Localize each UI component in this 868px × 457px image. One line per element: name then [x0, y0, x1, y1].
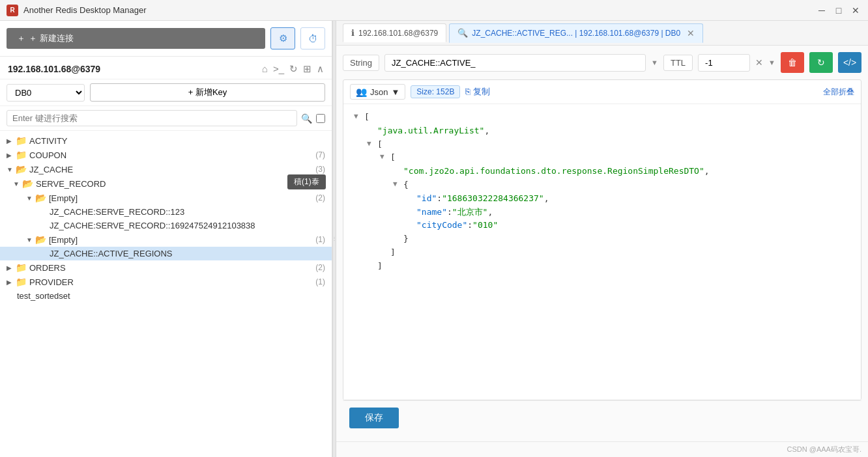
tree-item-empty2[interactable]: ▼ 📂 [Empty] (1): [0, 232, 332, 247]
folder-icon: 📁: [16, 262, 27, 273]
tab-close-icon[interactable]: ✕: [687, 28, 695, 38]
tree-container: ▶ 📁 ACTIVITY ▶ 📁 COUPON (7) ▼ 📂 JZ_CACHE…: [0, 131, 332, 457]
json-line: ▼ [: [354, 138, 850, 152]
tree-item-serve-long[interactable]: JZ_CACHE:SERVE_RECORD::16924752491210383…: [0, 219, 332, 232]
sidebar: ＋ ＋ 新建连接 ⚙ ⏱ 192.168.101.68@6379 ⌂ >_ ↻ …: [0, 21, 332, 457]
search-checkbox[interactable]: [316, 114, 325, 123]
add-key-button[interactable]: + 新增Key: [90, 83, 325, 102]
folder-open-icon: 📂: [16, 164, 27, 174]
footer-text: CSDN @AAA码农宝哥.: [787, 445, 861, 453]
tree-item-empty1[interactable]: ▼ 📂 [Empty] (2): [0, 191, 332, 205]
info-icon: ℹ: [351, 28, 354, 38]
tree-item-key-label: test_sortedset: [17, 291, 70, 301]
value-toolbar: 👥 Json ▼ Size: 152B ⎘ 复制 全部折叠: [343, 80, 861, 104]
tree-item-coupon[interactable]: ▶ 📁 COUPON (7): [0, 148, 332, 162]
json-line: ▼ [: [354, 151, 850, 165]
close-button[interactable]: ✕: [850, 5, 861, 16]
chevron-right-icon: ▶: [7, 152, 16, 159]
titlebar-left: R Another Redis Desktop Manager: [7, 5, 147, 16]
tab-bar: ℹ 192.168.101.68@6379 🔍 JZ_CACHE::ACTIVE…: [336, 21, 868, 46]
refresh-key-button[interactable]: ↻: [809, 52, 833, 73]
history-view-button[interactable]: ⏱: [300, 27, 325, 49]
json-line: "name": "北京市",: [354, 206, 850, 219]
home-icon[interactable]: ⌂: [262, 63, 268, 75]
code-icon: </>: [843, 57, 856, 68]
sidebar-header: ＋ ＋ 新建连接 ⚙ ⏱: [0, 21, 332, 57]
main-layout: ＋ ＋ 新建连接 ⚙ ⏱ 192.168.101.68@6379 ⌂ >_ ↻ …: [0, 21, 868, 457]
ttl-input[interactable]: [698, 54, 750, 72]
tree-item-label: PROVIDER: [29, 277, 313, 287]
search-input[interactable]: [7, 110, 297, 126]
tree-item-count: (2): [315, 193, 325, 202]
folder-icon: 📁: [16, 150, 27, 160]
minimize-button[interactable]: ─: [816, 5, 828, 16]
db-selector[interactable]: DB0: [7, 84, 85, 102]
maximize-button[interactable]: □: [833, 5, 845, 16]
tree-item-activity[interactable]: ▶ 📁 ACTIVITY: [0, 133, 332, 148]
format-chevron-icon: ▼: [391, 87, 399, 97]
tab-server[interactable]: ℹ 192.168.101.68@6379: [343, 23, 446, 42]
tree-item-serve-123[interactable]: JZ_CACHE:SERVE_RECORD::123: [0, 205, 332, 219]
chevron-right-icon: ▶: [7, 137, 16, 145]
folder-open-icon: 📂: [35, 193, 46, 203]
tree-item-count: (7): [315, 150, 325, 159]
terminal-icon[interactable]: >_: [273, 63, 284, 75]
tree-item-count: (3): [315, 165, 325, 174]
grid-icon[interactable]: ⊞: [303, 63, 311, 75]
tree-item-provider[interactable]: ▶ 📁 PROVIDER (1): [0, 275, 332, 289]
collapse-all-button[interactable]: 全部折叠: [823, 87, 854, 98]
tooltip-text: 積(1)泰: [294, 177, 319, 186]
search-icon[interactable]: 🔍: [301, 113, 312, 124]
search-row: 🔍: [0, 106, 332, 131]
tree-item-label: [Empty]: [49, 235, 313, 245]
tab-key[interactable]: 🔍 JZ_CACHE::ACTIVE_REG... | 192.168.101.…: [449, 23, 703, 43]
tree-item-orders[interactable]: ▶ 📁 ORDERS (2): [0, 260, 332, 275]
tree-item-count: (2): [315, 263, 325, 272]
collapse-icon[interactable]: ∧: [317, 63, 324, 75]
code-button[interactable]: </>: [838, 52, 861, 73]
save-row: 保存: [343, 400, 861, 435]
json-line: "java.util.ArrayList",: [354, 124, 850, 138]
json-line: ]: [354, 246, 850, 260]
tree-item-active-regions[interactable]: JZ_CACHE::ACTIVE_REGIONS: [0, 247, 332, 260]
server-view-button[interactable]: ⚙: [270, 27, 295, 49]
json-line: "cityCode": "010": [354, 219, 850, 232]
tab-server-label: 192.168.101.68@6379: [358, 29, 438, 38]
type-badge: String: [343, 55, 379, 71]
collapse-arrow-icon[interactable]: ▼: [367, 138, 377, 150]
format-icon: 👥: [356, 87, 367, 97]
refresh-icon: ↻: [817, 57, 825, 68]
format-label: Json: [370, 87, 388, 97]
titlebar-controls: ─ □ ✕: [816, 5, 861, 16]
tree-item-label: JZ_CACHE: [29, 165, 313, 174]
folder-open-icon: 📂: [35, 234, 46, 245]
titlebar: R Another Redis Desktop Manager ─ □ ✕: [0, 0, 868, 21]
collapse-arrow-icon[interactable]: ▼: [354, 111, 364, 122]
tree-item-label: ORDERS: [29, 263, 313, 273]
copy-icon: ⎘: [465, 87, 470, 96]
copy-label: 复制: [473, 87, 490, 96]
folder-open-icon: 📂: [22, 178, 33, 189]
folder-icon: 📁: [16, 135, 27, 146]
save-button[interactable]: 保存: [349, 408, 399, 428]
clock-icon: ⏱: [308, 33, 318, 44]
json-line: "id": "168630322284366237",: [354, 192, 850, 206]
collapse-arrow-icon[interactable]: ▼: [380, 151, 390, 163]
chevron-down-icon: ▼: [13, 180, 22, 187]
plus-icon: ＋: [17, 33, 25, 44]
tree-item-test-sortedset[interactable]: test_sortedset: [0, 289, 332, 303]
tree-item-label: [Empty]: [49, 193, 313, 203]
key-search-icon: 🔍: [457, 28, 468, 38]
key-name-input[interactable]: [384, 54, 646, 72]
copy-button[interactable]: ⎘ 复制: [465, 86, 490, 98]
json-line: ▼ {: [354, 178, 850, 192]
tree-item-serve-record[interactable]: ▼ 📂 SERVE_RECORD (2): [0, 176, 332, 191]
collapse-arrow-icon[interactable]: ▼: [393, 178, 403, 190]
ttl-clear-icon[interactable]: ✕: [755, 57, 763, 68]
format-selector[interactable]: 👥 Json ▼: [350, 84, 405, 100]
tab-key-label: JZ_CACHE::ACTIVE_REG... | 192.168.101.68…: [472, 29, 680, 38]
refresh-connection-icon[interactable]: ↻: [289, 63, 298, 75]
new-connection-button[interactable]: ＋ ＋ 新建连接: [7, 28, 265, 49]
tree-item-jz-cache[interactable]: ▼ 📂 JZ_CACHE (3): [0, 162, 332, 176]
delete-key-button[interactable]: 🗑: [781, 52, 804, 73]
